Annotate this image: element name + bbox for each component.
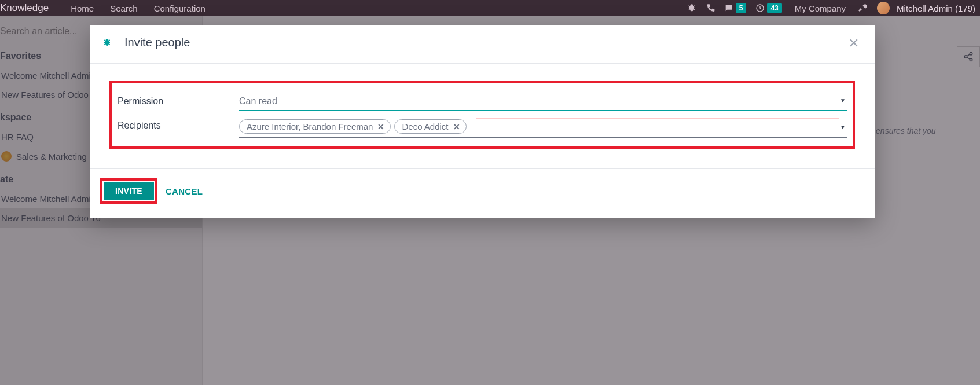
bug-icon[interactable] xyxy=(101,37,113,49)
permission-label: Permission xyxy=(118,94,239,107)
tag-remove-icon[interactable]: ✕ xyxy=(453,122,460,131)
company-switcher[interactable]: My Company xyxy=(787,3,854,13)
recipient-tag: Azure Interior, Brandon Freeman ✕ xyxy=(239,119,391,134)
cancel-button[interactable]: CANCEL xyxy=(166,186,203,196)
main-layout: Favorites Welcome Mitchell Admin New Fea… xyxy=(0,16,980,385)
form-highlight-box: Permission Can read ▼ Recipients Azure I… xyxy=(109,81,855,149)
tag-remove-icon[interactable]: ✕ xyxy=(377,122,384,131)
chevron-down-icon[interactable]: ▼ xyxy=(840,124,846,130)
recipient-tag: Deco Addict ✕ xyxy=(394,119,466,134)
app-brand[interactable]: Knowledge xyxy=(0,2,63,14)
activities-badge: 43 xyxy=(767,3,781,13)
invite-modal: Invite people Permission Can read ▼ Reci… xyxy=(90,25,875,218)
activities-icon[interactable]: 43 xyxy=(751,3,786,13)
nav-home[interactable]: Home xyxy=(63,3,102,13)
messaging-icon[interactable]: 5 xyxy=(720,3,751,13)
phone-icon[interactable] xyxy=(701,3,720,13)
recipients-label: Recipients xyxy=(118,118,239,131)
tools-icon[interactable] xyxy=(854,3,872,13)
recipients-input[interactable]: Azure Interior, Brandon Freeman ✕ Deco A… xyxy=(239,118,847,138)
invite-highlight: INVITE xyxy=(100,178,157,204)
nav-configuration[interactable]: Configuration xyxy=(146,3,214,13)
modal-title: Invite people xyxy=(124,36,848,49)
nav-search[interactable]: Search xyxy=(102,3,146,13)
invite-button[interactable]: INVITE xyxy=(104,182,154,200)
messaging-badge: 5 xyxy=(736,3,747,13)
top-navbar: Knowledge Home Search Configuration 5 43… xyxy=(0,0,980,16)
debug-icon[interactable] xyxy=(682,3,701,13)
chevron-down-icon[interactable]: ▼ xyxy=(840,97,846,104)
avatar xyxy=(877,2,890,14)
close-icon[interactable] xyxy=(848,37,860,49)
user-menu[interactable]: Mitchell Admin (179) xyxy=(872,2,980,14)
permission-select[interactable]: Can read xyxy=(239,94,847,111)
user-name: Mitchell Admin (179) xyxy=(892,3,975,13)
